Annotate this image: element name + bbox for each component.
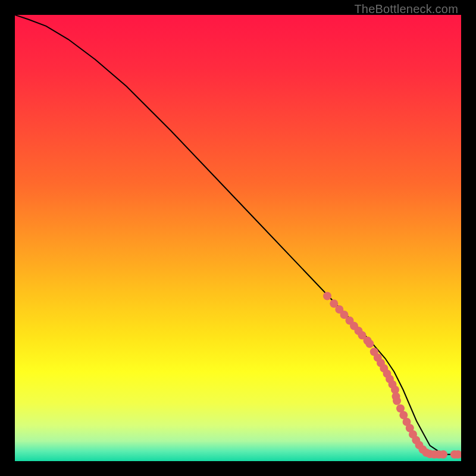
chart-frame: TheBottleneck.com	[0, 0, 476, 476]
data-point	[439, 450, 447, 459]
chart-svg	[15, 15, 461, 461]
data-point	[393, 397, 401, 405]
scatter-markers	[323, 292, 461, 459]
data-point	[323, 292, 331, 300]
watermark-text: TheBottleneck.com	[354, 2, 458, 16]
plot-area	[15, 15, 461, 461]
data-point	[365, 340, 374, 348]
